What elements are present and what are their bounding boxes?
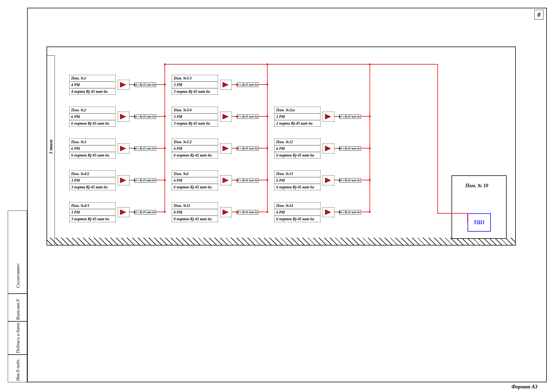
room-block: Пом. №5/33 РМ3 порта Rj-45 кат 6а xyxy=(172,75,218,95)
label-agreed: Согласовано: xyxy=(16,263,20,288)
outlet-icon xyxy=(323,207,334,217)
room-pm: 6 РМ xyxy=(70,145,115,152)
room-pm: 6 РМ xyxy=(275,145,320,152)
room-block: Пом. №5/26 РМ6 портов Rj-45 кат 6а xyxy=(172,139,218,158)
outlet-icon xyxy=(220,175,232,185)
room-ports: 6 портов Rj-45 кат 6а xyxy=(70,120,115,127)
svg-marker-26 xyxy=(223,210,228,215)
room-name: Пом. №4/2 xyxy=(70,171,115,177)
label-inv-orig: Инв.N подл. xyxy=(16,359,20,381)
room-name: Пом. №2 xyxy=(70,107,115,114)
room-block: Пом. №126 РМ6 портов Rj-45 кат 6а xyxy=(274,139,320,158)
svg-marker-29 xyxy=(325,178,331,183)
room-pm: 3 РМ xyxy=(70,177,115,184)
room-block: Пом. №66 РМ6 портов Rj-45 кат 6а xyxy=(172,170,218,190)
room-name: Пом. №5/3 xyxy=(172,75,218,82)
room-block: Пом. №4/33 РМ3 портов Rj-45 кат 6а xyxy=(69,202,116,222)
room-block: Пом. №36 РМ6 портов Rj-45 кат 6а xyxy=(69,139,116,158)
outlet-icon xyxy=(220,112,232,122)
room-pm: 2 РМ xyxy=(275,114,320,120)
outlet-icon xyxy=(323,175,334,185)
outlet-icon xyxy=(118,175,129,185)
room-block: Пом. №4/23 РМ3 порта Rj-45 кат 6а xyxy=(69,170,116,190)
ground-hatch xyxy=(47,238,516,245)
panel-tsh1: ТШ1 xyxy=(468,213,491,232)
svg-marker-17 xyxy=(120,82,126,87)
room-pm: 6 РМ xyxy=(275,177,320,184)
cable-tag: 3 x Rj-45 кат 6а xyxy=(237,83,258,87)
cable-tag: 8 x Rj-45 кат 6а xyxy=(237,210,258,214)
cable-tag: 3 x Rj-45 кат 6а xyxy=(134,178,156,183)
outlet-icon xyxy=(118,207,129,217)
room-ports: 8 портов Rj-45 кат 6а xyxy=(172,216,218,222)
outlet-icon xyxy=(323,112,334,122)
room-block: Пом. №136 РМ6 портов Rj-45 кат 6а xyxy=(274,170,320,190)
cable-tag: 6 x Rj-45 кат 6а xyxy=(339,178,361,183)
room-name: Пом. №14 xyxy=(275,203,320,209)
svg-marker-23 xyxy=(223,114,228,119)
room-name: Пом. №13 xyxy=(275,171,320,177)
cable-tag: 6 x Rj-45 кат 6а xyxy=(134,146,156,151)
svg-marker-19 xyxy=(120,146,126,151)
svg-marker-28 xyxy=(325,146,331,151)
cable-tag: 6 x Rj-45 кат 6а xyxy=(134,114,156,119)
cabinet-room-label: Пом. № 10 xyxy=(465,183,488,189)
cable-tag: 6 x Rj-45 кат 6а xyxy=(339,210,361,214)
room-name: Пом. №4/3 xyxy=(70,203,115,209)
room-name: Пом. №1 xyxy=(70,75,115,82)
outlet-icon xyxy=(118,144,129,153)
outlet-icon xyxy=(118,112,129,122)
cable-tag: 3 x Rj-45 кат 6а xyxy=(134,210,156,214)
svg-marker-27 xyxy=(325,114,331,119)
room-pm: 8 РМ xyxy=(172,209,218,216)
outlet-icon xyxy=(220,207,232,217)
room-name: Пом. №12 xyxy=(275,139,320,145)
cable-tag: 6 x Rj-45 кат 6а xyxy=(237,146,258,151)
floor-label: 3 этаж xyxy=(48,133,53,160)
paper-format: Формат А3 xyxy=(512,384,537,390)
svg-marker-18 xyxy=(120,114,126,119)
room-block: Пом. №14 РМ4 порта Rj-45 кат 6а xyxy=(69,75,116,95)
room-name: Пом. №5/2 xyxy=(172,139,218,145)
outlet-icon xyxy=(220,80,232,90)
room-ports: 3 портов Rj-45 кат 6а xyxy=(70,216,115,222)
room-block: Пом. №26 РМ6 портов Rj-45 кат 6а xyxy=(69,107,116,127)
svg-marker-21 xyxy=(120,210,126,215)
room-name: Пом. №11а xyxy=(275,107,320,114)
room-pm: 4 РМ xyxy=(70,82,115,88)
outlet-icon xyxy=(323,144,334,153)
room-block: Пом. №5/43 РМ3 порта Rj-45 кат 6а xyxy=(172,107,218,127)
label-sign-date: Подпись и дата xyxy=(16,323,20,353)
svg-marker-30 xyxy=(325,210,331,215)
room-name: Пом. №5/4 xyxy=(172,107,218,114)
room-ports: 3 порта Rj-45 кат 6а xyxy=(172,88,218,95)
room-name: Пом. №11 xyxy=(172,203,218,209)
room-block: Пом. №146 РМ6 портов Rj-45 кат 6а xyxy=(274,202,320,222)
room-pm: 6 РМ xyxy=(172,177,218,184)
outlet-icon xyxy=(220,144,232,153)
room-name: Пом. №6 xyxy=(172,171,218,177)
cable-tag: 4 x Rj-45 кат 6а xyxy=(134,83,156,87)
room-ports: 3 порта Rj-45 кат 6а xyxy=(172,120,218,127)
room-pm: 3 РМ xyxy=(172,82,218,88)
room-name: Пом. №3 xyxy=(70,139,115,145)
svg-marker-24 xyxy=(223,146,228,151)
room-ports: 4 порта Rj-45 кат 6а xyxy=(70,88,115,95)
outlet-icon xyxy=(118,80,129,90)
cable-tag: 3 x Rj-45 кат 6а xyxy=(237,114,258,119)
room-ports: 6 портов Rj-45 кат 6а xyxy=(172,184,218,190)
room-ports: 6 портов Rj-45 кат 6а xyxy=(172,152,218,158)
svg-marker-20 xyxy=(120,178,126,183)
room-block: Пом. №11а2 РМ2 порта Rj-45 кат 6а xyxy=(274,107,320,127)
room-ports: 2 порта Rj-45 кат 6а xyxy=(275,120,320,127)
room-pm: 6 РМ xyxy=(70,114,115,120)
cable-tag: 6 x Rj-45 кат 6а xyxy=(237,178,258,183)
room-pm: 3 РМ xyxy=(172,114,218,120)
page-number: 8 xyxy=(534,10,543,20)
cable-tag: 6 x Rj-45 кат 6а xyxy=(339,146,361,151)
room-pm: 3 РМ xyxy=(70,209,115,216)
label-inv-replace: Взам.инв.N xyxy=(16,299,20,320)
room-pm: 6 РМ xyxy=(275,209,320,216)
cable-tag: 2 x Rj-45 кат 6а xyxy=(339,114,361,119)
room-ports: 3 порта Rj-45 кат 6а xyxy=(70,184,115,190)
